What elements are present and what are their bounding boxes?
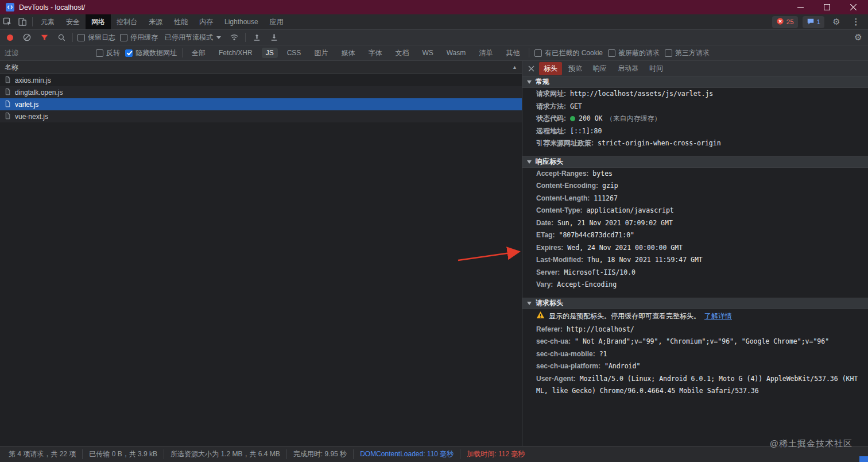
header-name: sec-ch-ua-mobile: xyxy=(536,350,595,358)
header-name: User-Agent: xyxy=(536,375,576,383)
status-ok-dot-icon xyxy=(570,116,575,121)
filter-chip-other[interactable]: 其他 xyxy=(502,47,524,59)
section-general[interactable]: 常规 xyxy=(522,76,868,88)
clear-button[interactable] xyxy=(21,31,33,44)
bottom-right-blue-fragment xyxy=(859,456,868,462)
error-count: 25 xyxy=(786,18,794,25)
tab-timing[interactable]: 时间 xyxy=(645,62,668,75)
checkbox-icon xyxy=(665,49,672,57)
message-badge[interactable]: 1 xyxy=(803,16,824,28)
filter-input[interactable] xyxy=(5,49,91,57)
search-icon[interactable] xyxy=(55,31,68,44)
header-name: Vary: xyxy=(536,280,553,288)
inspect-element-icon[interactable] xyxy=(1,16,14,28)
kebab-menu-icon[interactable]: ⋮ xyxy=(850,16,862,28)
tab-security[interactable]: 安全 xyxy=(60,14,86,29)
error-icon xyxy=(776,17,784,27)
blocked-requests-checkbox[interactable]: 被屏蔽的请求 xyxy=(608,48,660,58)
message-count: 1 xyxy=(817,18,820,25)
network-content: 名称 ▲ axios.min.js dingtalk.open.js varle… xyxy=(0,61,868,446)
header-value: ?1 xyxy=(599,350,607,358)
script-file-icon xyxy=(4,100,11,109)
minimize-icon[interactable] xyxy=(796,3,805,12)
network-settings-gear-icon[interactable]: ⚙ xyxy=(852,31,865,44)
network-status-bar: 第 4 项请求，共 22 项 已传输 0 B，共 3.9 kB 所选资源大小为 … xyxy=(0,446,868,462)
header-value: http://localhost/assets/js/varlet.js xyxy=(570,90,713,98)
filter-chip-manifest[interactable]: 清单 xyxy=(475,47,497,59)
filter-icon[interactable] xyxy=(38,31,51,44)
learn-more-link[interactable]: 了解详情 xyxy=(704,311,732,321)
filter-chip-fetch-xhr[interactable]: Fetch/XHR xyxy=(215,48,257,58)
name-column-header[interactable]: 名称 ▲ xyxy=(0,61,522,74)
throttling-select[interactable]: 已停用节流模式 xyxy=(162,33,223,43)
header-row: 请求方法:GET xyxy=(522,101,868,113)
request-row-selected[interactable]: varlet.js xyxy=(0,98,522,110)
filter-chip-font[interactable]: 字体 xyxy=(364,47,386,59)
preserve-log-checkbox[interactable]: 保留日志 xyxy=(78,33,115,43)
filter-chip-js[interactable]: JS xyxy=(262,48,278,58)
header-value: Wed, 24 Nov 2021 00:00:00 GMT xyxy=(567,244,683,252)
tab-lighthouse[interactable]: Lighthouse xyxy=(219,14,264,29)
request-row[interactable]: axios.min.js xyxy=(0,74,522,86)
import-har-icon[interactable] xyxy=(250,31,263,44)
tab-network[interactable]: 网络 xyxy=(86,14,111,29)
header-value: GET xyxy=(570,102,582,110)
hide-data-urls-checkbox[interactable]: 隐藏数据网址 xyxy=(125,48,177,58)
record-button[interactable] xyxy=(3,31,16,44)
disable-cache-checkbox[interactable]: 停用缓存 xyxy=(120,33,158,43)
network-filter-bar: 反转 隐藏数据网址 全部 Fetch/XHR JS CSS 图片 媒体 字体 文… xyxy=(0,45,868,61)
maximize-icon[interactable] xyxy=(822,3,831,12)
section-general-title: 常规 xyxy=(536,77,549,87)
request-row[interactable]: dingtalk.open.js xyxy=(0,86,522,98)
filter-chip-img[interactable]: 图片 xyxy=(310,47,332,59)
third-party-checkbox[interactable]: 第三方请求 xyxy=(665,48,710,58)
header-value: gzip xyxy=(602,182,618,190)
filter-chip-css[interactable]: CSS xyxy=(283,48,305,58)
close-window-icon[interactable] xyxy=(848,3,858,12)
header-name: Content-Encoding: xyxy=(536,182,598,190)
section-response-headers[interactable]: 响应标头 xyxy=(522,156,868,168)
tab-memory[interactable]: 内存 xyxy=(193,14,219,29)
header-row: sec-ch-ua-platform:"Android" xyxy=(522,360,868,373)
header-name: 引荐来源网址政策: xyxy=(536,139,594,147)
settings-gear-icon[interactable]: ⚙ xyxy=(830,16,843,28)
tab-headers[interactable]: 标头 xyxy=(539,62,562,75)
close-details-icon[interactable] xyxy=(525,62,537,75)
tab-console[interactable]: 控制台 xyxy=(111,14,143,29)
header-row: Content-Type:application/javascript xyxy=(522,205,868,217)
headers-view: 常规 请求网址:http://localhost/assets/js/varle… xyxy=(522,76,868,446)
devtools-logo-icon xyxy=(6,3,14,11)
filter-chip-ws[interactable]: WS xyxy=(418,48,437,58)
blocked-cookies-checkbox[interactable]: 有已拦截的 Cookie xyxy=(534,48,603,58)
tab-initiator[interactable]: 启动器 xyxy=(613,62,643,75)
invert-checkbox[interactable]: 反转 xyxy=(96,48,120,58)
section-request-headers[interactable]: 请求标头 xyxy=(522,298,868,309)
checkbox-icon xyxy=(534,49,542,57)
tab-response[interactable]: 响应 xyxy=(588,62,611,75)
checkbox-icon xyxy=(96,49,103,57)
header-name: Server: xyxy=(536,268,560,276)
header-name: Content-Type: xyxy=(536,206,582,214)
device-toolbar-icon[interactable] xyxy=(16,16,29,28)
tab-elements[interactable]: 元素 xyxy=(35,14,60,29)
header-value: application/javascript xyxy=(586,206,673,214)
status-note: （来自内存缓存） xyxy=(606,114,661,122)
chevron-down-icon xyxy=(527,80,532,84)
export-har-icon[interactable] xyxy=(268,31,280,44)
request-row[interactable]: vue-next.js xyxy=(0,110,522,122)
error-badge[interactable]: 25 xyxy=(772,16,798,28)
disable-cache-label: 停用缓存 xyxy=(130,33,158,43)
warning-icon xyxy=(536,311,545,322)
header-value: http://localhost/ xyxy=(567,325,634,333)
tab-sources[interactable]: 来源 xyxy=(143,14,168,29)
filter-chip-all[interactable]: 全部 xyxy=(188,47,210,59)
network-conditions-icon[interactable] xyxy=(228,31,241,44)
tab-application[interactable]: 应用 xyxy=(264,14,289,29)
tab-preview[interactable]: 预览 xyxy=(564,62,587,75)
filter-chip-media[interactable]: 媒体 xyxy=(337,47,359,59)
filter-chip-wasm[interactable]: Wasm xyxy=(443,48,470,58)
tab-performance[interactable]: 性能 xyxy=(168,14,193,29)
section-response-headers-title: 响应标头 xyxy=(536,157,563,167)
filter-chip-doc[interactable]: 文档 xyxy=(391,47,413,59)
header-row-expires: Expires:Wed, 24 Nov 2021 00:00:00 GMT xyxy=(522,242,868,255)
